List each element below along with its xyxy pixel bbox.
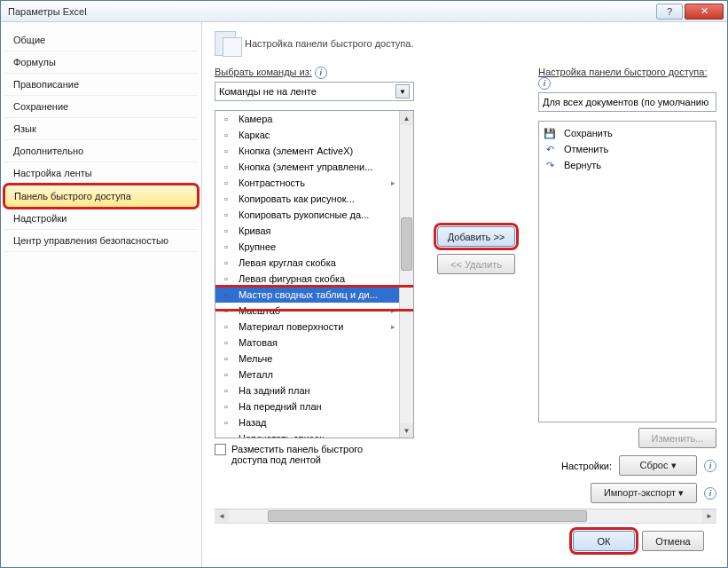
command-icon: ▫ [219, 160, 233, 174]
list-item[interactable]: ▫Матовая [215, 335, 399, 351]
redo-icon: ↷ [543, 158, 557, 172]
sidebar-item-addins[interactable]: Надстройки [4, 208, 198, 230]
qat-header-label: Настройка панели быстрого доступа. [245, 38, 413, 49]
list-item[interactable]: ▫Левая круглая скобка [215, 255, 399, 271]
scroll-right-icon[interactable]: ► [702, 509, 716, 523]
list-item[interactable]: ▫Кривая [215, 223, 399, 239]
qat-scope-value: Для всех документов (по умолчанию [543, 97, 708, 107]
commands-column: Выбрать команды из: i Команды не на лент… [215, 67, 414, 465]
import-export-button[interactable]: Импорт-экспорт ▾ [591, 483, 697, 503]
list-item-label: Масштаб [239, 305, 280, 316]
qat-item[interactable]: ↷Вернуть [543, 157, 712, 173]
remove-button[interactable]: << Удалить [437, 254, 515, 274]
qat-scope-dropdown[interactable]: Для всех документов (по умолчанию [538, 92, 716, 112]
list-item[interactable]: ▫Копировать как рисунок... [215, 191, 399, 207]
list-item-label: Кривая [239, 225, 270, 236]
qat-item-label: Сохранить [564, 128, 613, 138]
command-icon: ▫ [219, 144, 233, 158]
qat-item[interactable]: 💾Сохранить [543, 125, 712, 141]
save-icon: 💾 [543, 126, 557, 140]
ok-button[interactable]: ОК [573, 531, 635, 551]
titlebar: Параметры Excel ? ✕ [1, 1, 727, 22]
dialog-excel-options: Параметры Excel ? ✕ Общие Формулы Правоп… [0, 0, 728, 568]
list-item-label: Назад [239, 417, 267, 428]
sidebar-item-language[interactable]: Язык [4, 118, 198, 140]
list-item[interactable]: ▫Крупнее [215, 239, 399, 255]
submenu-arrow-icon: ▸ [391, 306, 395, 315]
undo-icon: ↶ [543, 142, 557, 156]
list-item[interactable]: ▫Материал поверхности▸ [215, 319, 399, 335]
add-button[interactable]: Добавить >> [437, 226, 515, 247]
list-item[interactable]: ▫На передний план [215, 398, 399, 414]
sidebar-item-quick-access-toolbar[interactable]: Панель быстрого доступа [4, 185, 198, 208]
info-icon[interactable]: i [704, 487, 716, 500]
command-icon: ▫ [219, 320, 233, 334]
scroll-thumb[interactable] [268, 510, 587, 522]
command-icon: ▫ [219, 224, 233, 238]
help-button[interactable]: ? [656, 4, 683, 20]
scroll-down-icon[interactable]: ▼ [400, 423, 413, 438]
list-item[interactable]: ▫Левая фигурная скобка [215, 271, 399, 287]
sidebar-item-advanced[interactable]: Дополнительно [4, 140, 198, 162]
list-item[interactable]: ▫Контрастность▸ [215, 175, 399, 191]
qat-listbox[interactable]: 💾Сохранить↶Отменить↷Вернуть [538, 121, 716, 422]
command-icon: ▫ [219, 176, 233, 190]
list-item[interactable]: ▫Мастер сводных таблиц и ди... [215, 287, 399, 303]
list-item[interactable]: ▫Камера [215, 111, 399, 127]
list-item[interactable]: ▫Каркас [215, 127, 399, 143]
list-item-label: Контрастность [239, 178, 305, 188]
modify-button[interactable]: Изменить... [638, 428, 716, 448]
commands-listbox[interactable]: ▫Камера▫Каркас▫Кнопка (элемент ActiveX)▫… [215, 110, 414, 438]
qat-item-label: Отменить [564, 144, 608, 154]
scroll-left-icon[interactable]: ◄ [215, 509, 229, 523]
command-icon: ▫ [219, 256, 233, 270]
cancel-button[interactable]: Отмена [642, 531, 704, 551]
qat-item[interactable]: ↶Отменить [543, 141, 712, 157]
list-item[interactable]: ▫На задний план [215, 383, 399, 398]
list-item[interactable]: ▫Масштаб▸ [215, 303, 399, 319]
info-icon[interactable]: i [704, 460, 716, 472]
info-icon[interactable]: i [315, 67, 327, 79]
below-ribbon-checkbox[interactable] [215, 444, 226, 455]
horizontal-scrollbar[interactable]: ◄ ► [215, 509, 716, 523]
list-item-label: Материал поверхности [239, 321, 343, 332]
submenu-arrow-icon: ▸ [391, 178, 395, 187]
below-ribbon-label: Разместить панель быстрого доступа под л… [231, 444, 400, 465]
sidebar-item-save[interactable]: Сохранение [4, 96, 198, 118]
list-item[interactable]: ▫Назад [215, 414, 399, 430]
sidebar-item-trust-center[interactable]: Центр управления безопасностью [4, 230, 198, 252]
scroll-thumb[interactable] [401, 217, 412, 271]
command-icon: ▫ [219, 112, 233, 126]
transfer-buttons: Добавить >> << Удалить [432, 226, 521, 274]
list-item-label: Мастер сводных таблиц и ди... [239, 289, 378, 300]
main-panel: Настройка панели быстрого доступа. Выбра… [202, 22, 727, 567]
sidebar-item-proofing[interactable]: Правописание [4, 74, 198, 96]
close-button[interactable]: ✕ [685, 4, 724, 20]
list-item-label: Матовая [239, 337, 278, 348]
scroll-up-icon[interactable]: ▲ [400, 111, 413, 125]
command-icon: ▫ [219, 208, 233, 222]
sidebar-item-customize-ribbon[interactable]: Настройка ленты [4, 162, 198, 185]
sidebar: Общие Формулы Правописание Сохранение Яз… [1, 22, 202, 567]
list-item[interactable]: ▫Копировать рукописные да... [215, 207, 399, 223]
list-item-label: На передний план [239, 401, 322, 412]
list-item[interactable]: ▫Кнопка (элемент управлени... [215, 159, 399, 175]
sidebar-item-general[interactable]: Общие [4, 29, 198, 51]
command-icon: ▫ [219, 431, 233, 438]
vertical-scrollbar[interactable]: ▲ ▼ [399, 111, 413, 438]
list-item-label: Напечатать список [239, 433, 324, 438]
list-item-label: Металл [239, 369, 273, 380]
command-icon: ▫ [219, 240, 233, 254]
list-item[interactable]: ▫Мельче [215, 351, 399, 367]
reset-button[interactable]: Сброс ▾ [619, 455, 697, 476]
choose-commands-dropdown[interactable]: Команды не на ленте ▼ [215, 82, 414, 101]
list-item[interactable]: ▫Кнопка (элемент ActiveX) [215, 143, 399, 159]
sidebar-item-formulas[interactable]: Формулы [4, 51, 198, 74]
list-item[interactable]: ▫Металл [215, 367, 399, 383]
list-item[interactable]: ▫Напечатать список [215, 430, 399, 438]
list-item-label: Кнопка (элемент ActiveX) [239, 146, 353, 156]
list-item-label: Камера [239, 114, 272, 124]
command-icon: ▫ [219, 288, 233, 302]
info-icon[interactable]: i [538, 77, 551, 90]
command-icon: ▫ [219, 304, 233, 318]
